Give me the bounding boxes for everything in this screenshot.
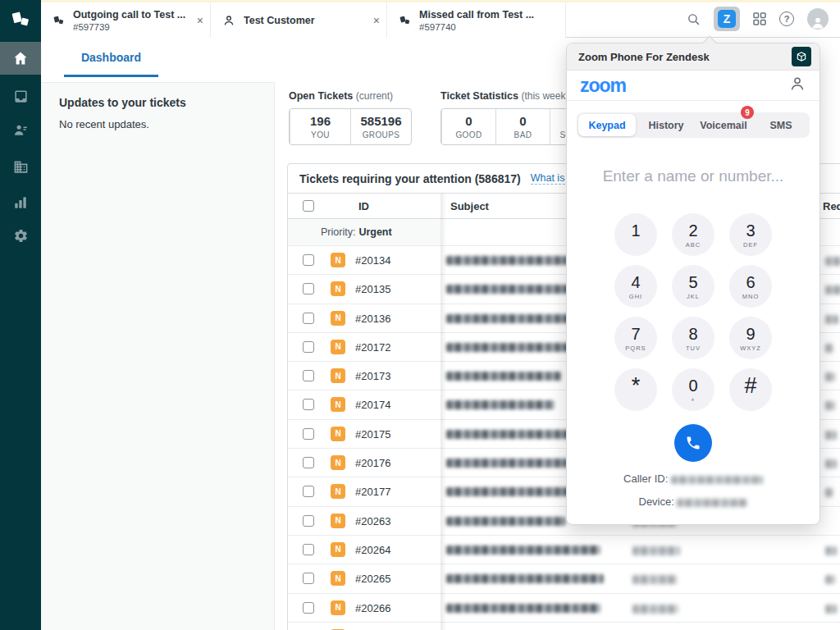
zoom-tab[interactable]: SMS xyxy=(752,112,810,138)
tab-outgoing-call[interactable]: Outgoing call to Test ... #597739 × xyxy=(41,2,211,38)
ticket-id[interactable]: #20136 xyxy=(355,313,390,325)
ticket-id[interactable]: #20134 xyxy=(355,254,390,267)
nav-item-home[interactable] xyxy=(0,42,41,75)
ticket-row[interactable]: N xyxy=(288,623,840,630)
ticket-subject-redacted[interactable] xyxy=(446,517,565,526)
ticket-id[interactable]: #20172 xyxy=(355,341,390,354)
keypad-key[interactable]: 1 xyxy=(614,213,657,256)
row-checkbox[interactable] xyxy=(303,399,314,410)
ticket-id[interactable]: #20176 xyxy=(355,457,390,469)
ticket-id[interactable]: #20263 xyxy=(355,515,390,527)
apps-grid-icon[interactable] xyxy=(753,12,766,25)
stat-group-qualifier: (this week) xyxy=(521,90,568,102)
keypad-key[interactable]: 0 + xyxy=(672,368,714,411)
ticket-id[interactable]: #20265 xyxy=(355,573,390,585)
row-checkbox[interactable] xyxy=(303,313,314,324)
ticket-id[interactable]: #20135 xyxy=(355,283,390,295)
keypad-key[interactable]: 8 TUV xyxy=(672,317,714,359)
popup-header[interactable]: Zoom Phone For Zendesk xyxy=(567,43,819,71)
help-icon[interactable]: ? xyxy=(779,11,794,26)
zoom-tab[interactable]: History xyxy=(637,112,695,138)
nav-item-views[interactable] xyxy=(0,80,41,112)
ticket-row[interactable]: N #20266 xyxy=(288,594,840,623)
tab-test-customer[interactable]: Test Customer × xyxy=(211,2,387,38)
keypad-key[interactable]: 7 PQRS xyxy=(614,317,657,359)
keypad-key[interactable]: 4 GHI xyxy=(614,265,657,308)
row-checkbox[interactable] xyxy=(303,428,314,440)
updates-title: Updates to your tickets xyxy=(59,96,256,109)
ticket-id[interactable]: #20175 xyxy=(355,428,390,441)
keypad-key[interactable]: # xyxy=(729,368,772,411)
key-digit: # xyxy=(744,374,756,397)
row-checkbox[interactable] xyxy=(303,602,314,614)
ticket-subject-redacted[interactable] xyxy=(446,546,600,555)
row-checkbox[interactable] xyxy=(303,486,314,497)
stat-cell[interactable]: 0 BAD xyxy=(495,109,550,144)
key-letters: WXYZ xyxy=(740,345,761,351)
nav-item-admin[interactable] xyxy=(0,219,41,252)
open-tickets-title: Open Tickets (current) xyxy=(289,90,412,102)
search-icon[interactable] xyxy=(687,12,701,26)
stat-cell[interactable]: 196 YOU xyxy=(290,109,350,144)
keypad-key[interactable]: 9 WXYZ xyxy=(729,317,772,359)
ticket-subject-redacted[interactable] xyxy=(446,256,568,265)
row-checkbox[interactable] xyxy=(303,544,314,555)
keypad-key[interactable]: 2 ABC xyxy=(672,213,714,256)
column-header-id[interactable]: ID xyxy=(358,200,369,212)
ticket-new-badge: N xyxy=(331,514,345,528)
tab-dashboard[interactable]: Dashboard xyxy=(64,51,158,77)
ticket-row[interactable]: N #20265 xyxy=(288,564,840,593)
stat-label: GROUPS xyxy=(358,130,404,139)
row-checkbox[interactable] xyxy=(303,457,314,468)
close-icon[interactable]: × xyxy=(197,15,203,26)
ticket-subject-redacted[interactable] xyxy=(446,285,569,294)
zoom-tab[interactable]: Keypad xyxy=(578,114,636,136)
keypad-key[interactable]: 5 JKL xyxy=(672,265,714,308)
ticket-id[interactable]: #20173 xyxy=(355,370,390,382)
keypad-key[interactable]: 3 DEF xyxy=(729,213,772,256)
ticket-row[interactable]: N #20264 xyxy=(288,536,840,564)
tab-missed-call[interactable]: Missed call from Test ... #597740 xyxy=(387,2,566,38)
row-checkbox[interactable] xyxy=(303,283,314,294)
ticket-subject-redacted[interactable] xyxy=(446,574,604,583)
zoom-app-button[interactable]: Z xyxy=(714,7,740,31)
zoom-tab[interactable]: Voicemail 9 xyxy=(695,112,752,138)
stat-group-title: Ticket Statistics xyxy=(441,90,518,102)
row-checkbox[interactable] xyxy=(303,254,314,266)
keypad-key[interactable]: 6 MNO xyxy=(729,265,772,308)
row-checkbox[interactable] xyxy=(303,341,314,353)
ticket-subject-redacted[interactable] xyxy=(446,459,568,468)
close-icon[interactable]: × xyxy=(373,15,380,26)
ticket-subject-redacted[interactable] xyxy=(446,372,561,381)
row-checkbox[interactable] xyxy=(303,515,314,527)
column-header-requested[interactable]: Requested xyxy=(823,200,840,212)
call-button[interactable] xyxy=(674,424,712,462)
stat-cell[interactable]: 0 GOOD xyxy=(441,109,495,144)
nav-item-organizations[interactable] xyxy=(0,150,41,183)
ticket-subject-redacted[interactable] xyxy=(446,343,569,352)
row-checkbox[interactable] xyxy=(303,370,314,381)
stat-cell[interactable]: 585196 GROUPS xyxy=(350,109,411,144)
dial-input[interactable]: Enter a name or number... xyxy=(567,167,819,185)
ticket-subject-redacted[interactable] xyxy=(446,314,571,323)
ticket-id[interactable]: #20177 xyxy=(355,486,390,498)
ticket-id[interactable]: #20264 xyxy=(355,544,390,556)
ticket-id[interactable]: #20266 xyxy=(355,602,390,614)
zendesk-logo[interactable] xyxy=(0,0,41,38)
column-header-subject[interactable]: Subject xyxy=(450,200,489,212)
ticket-subject-redacted[interactable] xyxy=(446,604,600,613)
device-line: Device: xyxy=(567,495,819,508)
ticket-subject-redacted[interactable] xyxy=(446,487,569,496)
select-all-checkbox[interactable] xyxy=(303,200,314,212)
row-checkbox[interactable] xyxy=(303,573,314,584)
ticket-subject-redacted[interactable] xyxy=(446,430,569,439)
ticket-id[interactable]: #20174 xyxy=(355,399,390,411)
nav-item-customers[interactable] xyxy=(0,113,41,146)
nav-item-reporting[interactable] xyxy=(0,186,41,219)
account-person-icon[interactable] xyxy=(788,75,806,96)
key-digit: 2 xyxy=(688,222,697,240)
avatar[interactable] xyxy=(807,8,829,30)
cube-icon[interactable] xyxy=(792,47,811,66)
keypad-key[interactable]: * xyxy=(614,368,657,411)
ticket-subject-redacted[interactable] xyxy=(446,400,555,409)
